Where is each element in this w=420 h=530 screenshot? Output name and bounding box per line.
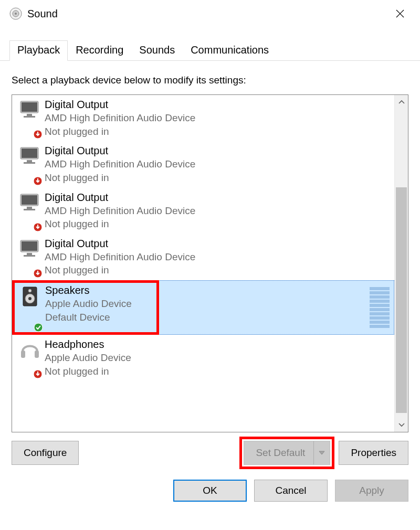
device-desc: AMD High Definition Audio Device	[45, 111, 391, 125]
tab-sounds[interactable]: Sounds	[131, 40, 183, 61]
svg-rect-13	[24, 162, 35, 164]
device-button-row: Configure Set Default Properties	[12, 432, 408, 465]
monitor-icon	[15, 237, 45, 277]
device-row[interactable]: Digital Output AMD High Definition Audio…	[12, 95, 394, 141]
chevron-down-icon	[398, 423, 405, 427]
svg-rect-6	[22, 102, 37, 112]
tab-playback[interactable]: Playback	[9, 40, 68, 61]
device-name: Digital Output	[45, 191, 391, 204]
sound-app-icon	[9, 7, 22, 20]
scroll-thumb[interactable]	[396, 187, 407, 413]
unplugged-badge-icon	[33, 369, 43, 379]
unplugged-badge-icon	[33, 130, 43, 139]
level-meter	[370, 284, 391, 331]
set-default-dropdown[interactable]	[313, 441, 326, 464]
scroll-track[interactable]	[395, 109, 408, 418]
svg-rect-31	[35, 351, 39, 358]
ok-button[interactable]: OK	[173, 480, 247, 502]
device-desc: Apple Audio Device	[45, 297, 370, 311]
device-status: Not plugged in	[45, 171, 391, 185]
svg-rect-23	[24, 255, 35, 257]
device-desc: AMD High Definition Audio Device	[45, 157, 391, 171]
svg-rect-18	[24, 209, 35, 210]
device-desc: AMD High Definition Audio Device	[45, 250, 391, 264]
device-list: Digital Output AMD High Definition Audio…	[12, 94, 408, 432]
set-default-button[interactable]: Set Default	[244, 441, 330, 465]
set-default-label: Set Default	[256, 447, 305, 459]
device-status: Not plugged in	[45, 125, 391, 139]
dropdown-triangle-icon	[318, 450, 326, 455]
svg-rect-22	[27, 253, 32, 255]
unplugged-badge-icon	[33, 269, 43, 278]
svg-rect-7	[27, 114, 32, 116]
monitor-icon	[15, 98, 45, 138]
instruction-text: Select a playback device below to modify…	[12, 75, 408, 86]
unplugged-badge-icon	[33, 176, 43, 186]
device-name: Digital Output	[45, 237, 391, 250]
device-status: Default Device	[45, 311, 370, 324]
device-row[interactable]: Speakers Apple Audio Device Default Devi…	[12, 280, 394, 335]
svg-point-28	[28, 289, 32, 292]
tab-recording[interactable]: Recording	[68, 40, 131, 61]
device-name: Speakers	[45, 284, 370, 297]
headphones-icon	[15, 338, 45, 378]
svg-rect-12	[27, 160, 32, 162]
close-icon	[396, 9, 404, 18]
device-status: Not plugged in	[45, 365, 391, 378]
monitor-icon	[15, 191, 45, 231]
scrollbar[interactable]	[394, 95, 408, 432]
dialog-button-row: OK Cancel Apply	[0, 465, 420, 502]
window-title: Sound	[27, 8, 58, 20]
device-row[interactable]: Digital Output AMD High Definition Audio…	[12, 141, 394, 187]
properties-button[interactable]: Properties	[339, 441, 408, 465]
device-status: Not plugged in	[45, 263, 391, 277]
close-button[interactable]	[387, 1, 413, 26]
svg-rect-17	[27, 207, 32, 209]
svg-point-27	[28, 297, 32, 300]
device-row[interactable]: Headphones Apple Audio Device Not plugge…	[12, 335, 394, 381]
default-badge-icon	[34, 323, 43, 332]
scroll-down-button[interactable]	[395, 418, 408, 432]
svg-rect-11	[22, 149, 37, 158]
svg-rect-16	[22, 195, 37, 205]
device-desc: Apple Audio Device	[45, 351, 391, 365]
svg-rect-21	[22, 241, 37, 251]
device-name: Digital Output	[45, 98, 391, 111]
svg-point-2	[15, 13, 17, 15]
device-desc: AMD High Definition Audio Device	[45, 204, 391, 218]
svg-rect-8	[24, 116, 35, 118]
configure-button[interactable]: Configure	[12, 441, 79, 465]
scroll-up-button[interactable]	[395, 95, 408, 109]
device-row[interactable]: Digital Output AMD High Definition Audio…	[12, 234, 394, 280]
svg-rect-30	[21, 351, 25, 358]
window-titlebar: Sound	[0, 0, 420, 27]
chevron-up-icon	[398, 100, 405, 104]
device-status: Not plugged in	[45, 217, 391, 231]
apply-button[interactable]: Apply	[335, 480, 408, 502]
tab-communications[interactable]: Communications	[183, 40, 277, 61]
cancel-button[interactable]: Cancel	[254, 480, 328, 502]
device-name: Headphones	[45, 338, 391, 351]
svg-point-29	[34, 323, 43, 332]
monitor-icon	[15, 144, 45, 184]
speaker-icon	[16, 284, 45, 331]
device-name: Digital Output	[45, 144, 391, 157]
tab-strip: Playback Recording Sounds Communications	[0, 27, 420, 61]
unplugged-badge-icon	[33, 222, 43, 232]
device-row[interactable]: Digital Output AMD High Definition Audio…	[12, 188, 394, 234]
